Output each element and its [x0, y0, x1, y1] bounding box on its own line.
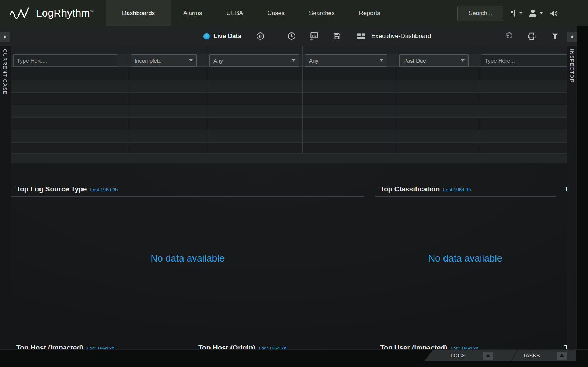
tab-divider	[511, 350, 518, 361]
tab-cases[interactable]: Cases	[255, 0, 297, 26]
status-filter-select[interactable]: Incomplete	[131, 54, 197, 67]
chevron-up-icon	[486, 354, 491, 357]
tab-reports[interactable]: Reports	[347, 0, 393, 26]
primary-navigation: Dashboards Alarms UEBA Cases Searches Re…	[106, 0, 393, 26]
widget-title: Top Classification	[380, 185, 440, 193]
sliders-icon	[509, 8, 518, 18]
bottom-bar: LOGS TASKS	[0, 349, 588, 367]
current-case-label: CURRENT CASE	[2, 49, 8, 95]
current-case-rail: CURRENT CASE	[0, 46, 11, 349]
column-divider	[128, 46, 128, 153]
case-tag-filter-input[interactable]	[481, 54, 567, 67]
tasks-expand-button[interactable]	[557, 352, 567, 360]
preferences-menu-button[interactable]	[509, 8, 522, 18]
print-button[interactable]	[527, 32, 536, 41]
chevron-down-icon	[540, 12, 543, 14]
inspector-rail: INSPECTOR	[567, 46, 577, 349]
app-screen: Incomplete Any Any Past Due Top Log Sour…	[0, 0, 588, 367]
current-case-expand-button[interactable]	[0, 32, 10, 42]
add-widget-button[interactable]	[309, 31, 319, 41]
tab-dashboards[interactable]: Dashboards	[106, 0, 171, 26]
brand-name: LogRhythm™	[36, 7, 94, 19]
table-row	[11, 80, 567, 92]
filter-button[interactable]	[551, 32, 559, 41]
chevron-right-icon	[4, 35, 6, 39]
tab-ueba[interactable]: UEBA	[214, 0, 255, 26]
dashboard-name[interactable]: Executive-Dashboard	[371, 26, 431, 46]
chevron-left-icon	[571, 35, 573, 39]
printer-icon	[527, 32, 536, 41]
live-data-label[interactable]: Live Data	[213, 26, 241, 46]
pause-icon	[256, 32, 265, 41]
dashboard-toolbar: Live Data	[0, 26, 577, 46]
logs-expand-button[interactable]	[483, 352, 493, 360]
megaphone-icon	[548, 8, 559, 18]
table-row	[11, 142, 567, 155]
widget-divider	[11, 196, 364, 197]
chevron-down-icon	[461, 59, 465, 62]
trademark-symbol: ™	[90, 9, 94, 13]
column-divider	[302, 46, 303, 153]
funnel-icon	[551, 32, 559, 41]
owner-filter-select[interactable]: Any	[209, 54, 299, 67]
right-gutter	[577, 26, 588, 367]
top-nav: LogRhythm™ Dashboards Alarms UEBA Cases …	[0, 0, 588, 26]
nav-utilities: Search...	[457, 0, 559, 26]
column-divider	[397, 46, 397, 153]
undo-button[interactable]	[504, 32, 513, 41]
case-table: Incomplete Any Any Past Due	[11, 46, 567, 163]
save-icon	[333, 32, 341, 41]
table-row	[11, 117, 567, 130]
chevron-down-icon	[519, 12, 522, 14]
table-row	[11, 130, 567, 142]
priority-filter-value: Any	[309, 58, 319, 64]
due-date-filter-value: Past Due	[403, 58, 426, 64]
column-divider	[207, 46, 207, 153]
table-row	[11, 67, 567, 80]
pause-button[interactable]	[256, 32, 265, 41]
dashboard-selector-button[interactable]	[357, 32, 367, 41]
logrhythm-logo-icon	[9, 6, 32, 21]
tab-alarms[interactable]: Alarms	[171, 0, 214, 26]
no-data-message: No data available	[11, 253, 364, 264]
logs-tab[interactable]: LOGS	[450, 350, 466, 361]
tab-searches[interactable]: Searches	[297, 0, 347, 26]
widget-top-log-source-type: Top Log Source Type Last 196d 3h No data…	[11, 181, 364, 339]
chevron-down-icon	[292, 59, 295, 62]
user-icon	[528, 8, 538, 18]
widget-top-classification: Top Classification Last 196d 3h No data …	[375, 181, 556, 339]
table-scrollbar[interactable]	[11, 153, 567, 163]
brand: LogRhythm™	[0, 0, 106, 26]
user-menu-button[interactable]	[528, 8, 543, 18]
save-dashboard-button[interactable]	[333, 32, 341, 41]
chevron-down-icon	[380, 59, 383, 62]
widget-time-range: Last 196d 3h	[443, 187, 471, 193]
add-chart-icon	[309, 31, 319, 41]
table-header-strip	[11, 46, 567, 54]
priority-filter-select[interactable]: Any	[305, 54, 387, 67]
tasks-tab[interactable]: TASKS	[523, 350, 540, 361]
dashboard-layout-icon	[357, 32, 367, 41]
chevron-up-icon	[559, 354, 564, 357]
widget-time-range: Last 196d 3h	[90, 187, 118, 193]
time-range-button[interactable]	[287, 32, 296, 41]
live-data-indicator[interactable]	[203, 33, 210, 39]
no-data-message: No data available	[375, 253, 556, 264]
due-date-filter-select[interactable]: Past Due	[399, 54, 469, 67]
widget-title: Top Log Source Type	[16, 185, 87, 193]
widget-divider	[375, 196, 556, 197]
notifications-button[interactable]	[548, 8, 559, 18]
status-filter-value: Incomplete	[135, 58, 161, 64]
table-row	[11, 92, 567, 105]
clock-icon	[287, 32, 296, 41]
widget-header: Top Log Source Type Last 196d 3h	[11, 185, 364, 193]
case-name-filter-input[interactable]	[13, 54, 118, 67]
inspector-expand-button[interactable]	[567, 32, 577, 42]
search-button[interactable]: Search...	[457, 6, 503, 21]
undo-icon	[504, 32, 513, 41]
inspector-label: INSPECTOR	[569, 49, 575, 83]
owner-filter-value: Any	[213, 58, 223, 64]
column-divider	[479, 46, 479, 153]
widget-header: Top Classification Last 196d 3h	[375, 185, 556, 193]
table-row	[11, 105, 567, 117]
